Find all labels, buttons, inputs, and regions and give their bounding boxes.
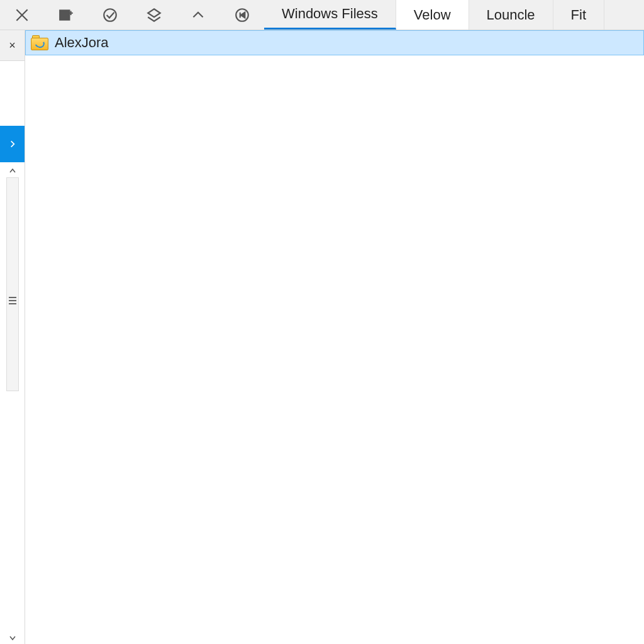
tab-label: Velow	[414, 7, 451, 23]
svg-rect-0	[60, 10, 69, 19]
tab-velow[interactable]: Velow	[396, 0, 469, 30]
tab-fit[interactable]: Fit	[553, 0, 604, 30]
content-area: AlexJora	[25, 30, 644, 644]
scroll-down-icon[interactable]	[0, 633, 25, 644]
tab-label: Fit	[571, 7, 586, 23]
top-toolbar: Windows Filess Velow Louncle Fit	[0, 0, 644, 30]
scroll-track[interactable]	[6, 177, 19, 391]
scroll-up-icon[interactable]	[0, 165, 25, 176]
expand-sidebar-button[interactable]	[0, 126, 25, 162]
left-gutter: ×	[0, 30, 25, 644]
tab-windows-files[interactable]: Windows Filess	[264, 0, 396, 30]
layers-icon[interactable]	[132, 0, 176, 30]
tab-label: Windows Filess	[282, 6, 378, 22]
stop-plus-icon[interactable]	[44, 0, 88, 30]
body: ×	[0, 30, 644, 644]
toolbar-icon-group	[0, 0, 264, 30]
scroll-thumb[interactable]	[9, 289, 16, 313]
tab-strip: Windows Filess Velow Louncle Fit	[264, 0, 644, 30]
chevron-up-icon[interactable]	[176, 0, 220, 30]
item-label: AlexJora	[55, 35, 109, 51]
skip-back-circle-icon[interactable]	[220, 0, 264, 30]
list-item[interactable]: AlexJora	[25, 30, 644, 55]
tab-label: Louncle	[487, 7, 535, 23]
check-circle-icon[interactable]	[88, 0, 132, 30]
tab-louncle[interactable]: Louncle	[469, 0, 553, 30]
svg-point-1	[104, 9, 116, 21]
gutter-spacer	[0, 60, 25, 126]
sidebar-scrollbar[interactable]	[0, 162, 25, 644]
close-icon[interactable]	[0, 0, 44, 30]
panel-close-icon[interactable]: ×	[0, 30, 25, 60]
folder-icon	[31, 35, 48, 50]
